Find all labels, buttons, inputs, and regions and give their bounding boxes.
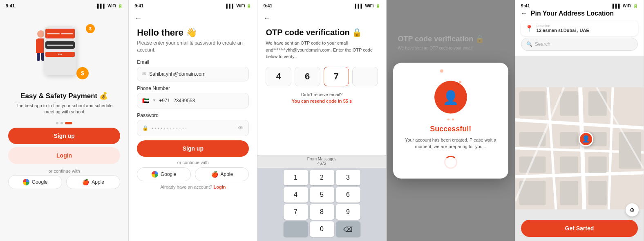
location-address: 12 asman st.Dubai , UAE — [537, 28, 589, 33]
otp-digit-4[interactable] — [352, 67, 378, 86]
login-link[interactable]: Login — [213, 185, 226, 189]
signal-icon-2: ▌▌▌ — [226, 4, 235, 8]
phone-field[interactable] — [173, 98, 244, 104]
map-title-text: Pin Your Address Location — [531, 10, 614, 17]
map-location-pin[interactable]: 👤 — [579, 132, 593, 146]
already-text: Already have an account? — [160, 185, 212, 189]
signal-icon-5: ▌▌▌ — [613, 4, 621, 8]
locate-icon: ⊕ — [630, 207, 635, 213]
numeric-keyboard: From Massages4672 1 2 3 4 5 6 7 8 9 0 ⌫ — [257, 155, 386, 241]
key-2[interactable]: 2 — [310, 170, 334, 185]
apple-signup-button[interactable]: 🍎 Apple — [195, 167, 249, 181]
resend-text: Didn't receive email? — [266, 92, 378, 97]
email-field[interactable] — [149, 71, 244, 77]
resend-timer-prefix: You can resend code in — [292, 99, 342, 104]
login-button[interactable]: Login — [8, 147, 120, 164]
svg-rect-7 — [519, 91, 546, 116]
apple-label-2: Apple — [221, 171, 233, 177]
otp-input-group: 4 6 7 — [266, 67, 378, 86]
avatar-dots — [401, 118, 500, 120]
key-5[interactable]: 5 — [310, 187, 334, 203]
google-label-2: Google — [161, 171, 177, 177]
key-4[interactable]: 4 — [284, 187, 308, 203]
google-icon-2 — [152, 171, 158, 178]
svg-rect-11 — [560, 132, 578, 146]
wifi-icon-2: WiFi — [236, 4, 245, 8]
back-button-5[interactable]: ← — [521, 10, 528, 17]
key-0[interactable]: 0 — [310, 221, 334, 237]
keyboard-row-4: 0 ⌫ — [259, 221, 384, 237]
avatar-icon: 👤 — [443, 89, 459, 105]
get-started-button[interactable]: Get Sarted — [521, 220, 638, 237]
wifi-icon: WiFi — [107, 4, 116, 8]
key-6[interactable]: 6 — [336, 187, 360, 203]
social-login-buttons: Google 🍎 Apple — [0, 175, 128, 193]
map-avatar-icon: 👤 — [582, 135, 590, 143]
key-backspace[interactable]: ⌫ — [336, 221, 360, 237]
loading-spinner — [444, 155, 457, 169]
resend-timer: You can resend code in 55 s — [266, 99, 378, 104]
google-label: Google — [32, 179, 48, 185]
otp-subtitle: We have sent an OTP code to your email a… — [266, 40, 378, 60]
key-8[interactable]: 8 — [310, 204, 334, 220]
otp-digit-1[interactable]: 4 — [266, 67, 291, 86]
key-empty — [284, 221, 308, 237]
status-icons-5: ▌▌▌ WiFi 🔋 — [613, 4, 638, 8]
google-icon — [23, 179, 29, 185]
google-signup-button[interactable]: Google — [137, 167, 191, 181]
battery-icon: 🔋 — [118, 4, 123, 8]
keyboard-source: From Massages4672 — [257, 155, 386, 168]
wifi-icon-5: WiFi — [623, 4, 631, 8]
battery-icon-2: 🔋 — [246, 4, 251, 8]
coin-small: $ — [86, 24, 95, 33]
behind-title: OTP code verification 🔒 — [398, 34, 503, 43]
signup-button[interactable]: Sign up — [8, 128, 120, 144]
welcome-screen: 9:41 ▌▌▌ WiFi 🔋 — [0, 0, 129, 241]
password-input-wrapper[interactable]: 🔒 ············ 👁 — [137, 120, 249, 136]
already-have-account: Already have an account? Login — [137, 185, 249, 189]
keyboard-row-1: 1 2 3 — [259, 170, 384, 185]
eye-icon[interactable]: 👁 — [238, 125, 244, 131]
welcome-title: Easy & Safety Payment 💰 — [8, 92, 120, 100]
key-1[interactable]: 1 — [284, 170, 308, 185]
hero-illustration: PAY $ $ — [31, 18, 97, 83]
success-screen: OTP code verification 🔒 We have sent an … — [387, 0, 515, 241]
coin-large: $ — [76, 67, 89, 79]
svg-rect-8 — [560, 91, 578, 116]
or-continue-text: or continue with — [0, 169, 128, 173]
svg-rect-18 — [588, 181, 607, 205]
flag-icon: 🇦🇪 — [142, 97, 149, 104]
signal-icon: ▌▌▌ — [97, 4, 106, 8]
otp-digit-3[interactable]: 7 — [324, 67, 349, 86]
location-info: Location 12 asman st.Dubai , UAE — [537, 24, 589, 33]
dot-3-active — [65, 122, 72, 124]
timer-value: 55 s — [343, 99, 352, 104]
social-row: Google 🍎 Apple — [137, 167, 249, 181]
status-icons-1: ▌▌▌ WiFi 🔋 — [97, 4, 123, 8]
location-pin-icon: 📍 — [525, 25, 533, 32]
map-search-bar[interactable]: 🔍 Search — [521, 38, 638, 51]
map-screen: 9:41 ▌▌▌ WiFi 🔋 ← Pin Your Address Locat… — [515, 0, 644, 241]
map-title-row: ← Pin Your Address Location — [521, 10, 638, 17]
svg-rect-9 — [588, 91, 607, 116]
phone-prefix: +971 — [159, 98, 170, 104]
hero-area: PAY $ $ — [0, 10, 128, 92]
back-button-3[interactable]: ← — [257, 10, 386, 24]
apple-login-button[interactable]: 🍎 Apple — [66, 175, 120, 189]
key-3[interactable]: 3 — [336, 170, 360, 185]
otp-digit-2[interactable]: 6 — [295, 67, 320, 86]
signup-submit-button[interactable]: Sign up — [137, 140, 249, 157]
locate-me-button[interactable]: ⊕ — [626, 203, 639, 216]
email-label: Email — [137, 59, 249, 65]
or-text: or continue with — [137, 160, 249, 165]
key-9[interactable]: 9 — [336, 204, 360, 220]
email-input-wrapper[interactable]: ✉ — [137, 67, 249, 81]
google-login-button[interactable]: Google — [8, 175, 62, 189]
svg-rect-19 — [619, 132, 641, 169]
apple-icon-2: 🍎 — [211, 171, 218, 178]
phone-input-wrapper[interactable]: 🇦🇪 ▼ +971 — [137, 93, 249, 108]
back-button-2[interactable]: ← — [129, 10, 257, 24]
otp-title: OTP code verification 🔒 — [266, 27, 378, 37]
search-placeholder: Search — [535, 41, 550, 47]
key-7[interactable]: 7 — [284, 204, 308, 220]
